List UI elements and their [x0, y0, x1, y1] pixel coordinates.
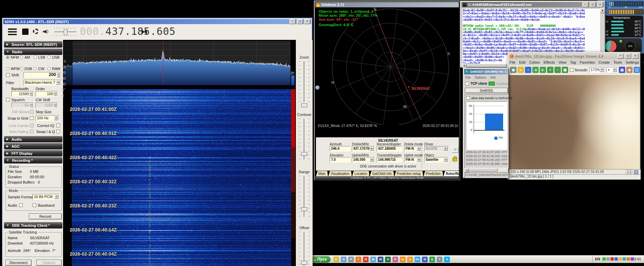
chart-bar[interactable] — [485, 114, 503, 130]
field-dropdown-icon[interactable]: ▼ — [443, 147, 448, 151]
correctiq-checkbox[interactable] — [56, 124, 60, 127]
orbitron-tab[interactable]: Rotor/Radio — [443, 171, 459, 176]
console-close-button[interactable]: × — [597, 2, 603, 7]
faststone-minimize-button[interactable]: ─ — [618, 54, 624, 59]
panel-source[interactable]: ▶Source: RTL-SDR (R820T) — [4, 41, 62, 48]
faststone-menu-item[interactable]: Create — [599, 60, 610, 64]
zoom-select[interactable]: 172%▼ — [589, 67, 605, 73]
ratio-indicator[interactable]: 1:1 — [626, 170, 632, 174]
bandwidth-spinner[interactable]: ▲▼ — [29, 92, 33, 96]
sampleformat-dropdown-icon[interactable]: ▼ — [54, 195, 59, 199]
mode-radio[interactable] — [47, 67, 51, 70]
stepsize-dropdown-icon[interactable]: ▼ — [54, 116, 58, 120]
quick-launch-icon[interactable]: M — [370, 257, 376, 262]
toolbar-icon[interactable]: ◆ — [626, 67, 633, 73]
volume-slider[interactable] — [54, 27, 76, 37]
panel-dde[interactable]: ▼DDE Tracking Client * — [4, 222, 62, 228]
toolbar-icon[interactable]: ◉ — [510, 67, 517, 73]
demod-mode[interactable]: WFM — [6, 67, 19, 71]
mode-radio[interactable] — [34, 56, 37, 59]
grid-view-icon[interactable] — [634, 170, 638, 174]
field-dropdown-icon[interactable]: ▼ — [417, 158, 421, 162]
quick-launch-icon[interactable]: A — [407, 257, 413, 262]
faststone-menu-item[interactable]: Favorites — [580, 60, 595, 64]
sdr-maximize-button[interactable]: □ — [297, 19, 303, 24]
field-dropdown-icon[interactable]: ▼ — [443, 158, 448, 162]
toolbar-icon[interactable]: ► — [540, 67, 546, 73]
demod-mode[interactable]: LSB — [34, 55, 45, 59]
hscroll-thumb[interactable] — [467, 64, 507, 67]
stop-icon[interactable] — [22, 28, 29, 35]
field-dropdown-icon[interactable]: ▼ — [417, 147, 421, 151]
console-minimize-button[interactable]: ─ — [582, 2, 588, 7]
hand-dropdown-icon[interactable]: ▼ — [612, 68, 617, 72]
satellite-label[interactable]: SILVERSAT — [412, 87, 430, 90]
rotor-field-value[interactable]: 246.0 — [330, 146, 351, 151]
getkiss-menu-item[interactable]: File — [465, 76, 471, 79]
snap-checkbox[interactable] — [30, 116, 34, 120]
retune-icon[interactable] — [142, 29, 148, 34]
cwshift-input[interactable]: 1000▲▼ — [36, 103, 58, 108]
tray-icon[interactable] — [631, 257, 634, 261]
swapiq-checkbox[interactable] — [56, 130, 60, 133]
smooth-checkbox[interactable] — [570, 68, 574, 72]
mode-radio[interactable] — [20, 56, 23, 59]
quick-launch-icon[interactable]: T — [437, 257, 442, 262]
disconnect-button[interactable]: Disconnect — [5, 260, 32, 266]
rotor-field-value[interactable]: 437.185605 — [377, 146, 402, 151]
rotor-field-value[interactable]: 144.996715 — [377, 157, 402, 162]
tray-icon[interactable] — [627, 257, 630, 261]
fmstereo-checkbox[interactable] — [30, 110, 34, 114]
quick-launch-icon[interactable]: P — [348, 257, 354, 262]
faststone-menu-item[interactable]: Tools — [613, 60, 622, 64]
panel-recording[interactable]: ▼Recording * — [4, 157, 62, 163]
mode-radio[interactable] — [6, 67, 9, 70]
menu-icon[interactable] — [8, 28, 17, 35]
toolbar-icon[interactable]: ▪ — [525, 67, 531, 73]
rotor-field-value[interactable]: FM-N▼ — [404, 157, 422, 162]
console-maximize-button[interactable]: □ — [590, 2, 596, 7]
lock-icon[interactable] — [452, 158, 457, 161]
panel-audio[interactable]: ▶Audio — [4, 136, 62, 142]
toolbar-icon[interactable]: − — [554, 67, 561, 73]
image-view[interactable] — [509, 75, 640, 169]
driver-refresh-button[interactable]: ⇄ — [452, 146, 459, 153]
cwshift-spinner[interactable]: ▲▼ — [53, 103, 57, 107]
panel-radio[interactable]: ▼Radio — [4, 49, 62, 55]
orbitron-tab[interactable]: Prediction — [424, 171, 443, 176]
frequency-display[interactable]: 000.437.185.605 — [80, 25, 176, 38]
quick-launch-icon[interactable]: N — [422, 257, 428, 262]
quick-launch-icon[interactable]: D — [341, 257, 346, 262]
start-button[interactable]: Пуск — [312, 256, 331, 263]
tray-icon[interactable] — [602, 257, 606, 261]
faststone-close-button[interactable]: × — [632, 54, 638, 59]
getkiss-menu-item[interactable]: Info — [490, 76, 496, 79]
faststone-titlebar[interactable]: deeb796c_1D.bin.jpg - FastStone Image Vi… — [509, 53, 639, 59]
panel-agc[interactable]: ▶AGC — [4, 143, 62, 149]
rotor-field-value[interactable]: 145.000▼ — [352, 157, 375, 162]
tray-icon[interactable] — [606, 257, 610, 261]
faststone-menu-item[interactable]: Colors — [529, 60, 540, 64]
slider-thumb-range[interactable] — [301, 207, 307, 211]
scroll-left-icon[interactable]: ◄ — [465, 168, 469, 172]
getkiss-hscrollbar[interactable]: ◄ — [465, 168, 508, 172]
options-button[interactable]: Options — [36, 260, 62, 266]
volume-slider-thumb[interactable] — [64, 29, 67, 35]
sdr-titlebar[interactable]: SDR# v1.0.0.1490 - RTL-SDR (R820T) ─ □ × — [3, 19, 311, 24]
hscroll-thumb[interactable] — [469, 168, 498, 172]
rotor-field-value[interactable]: MyDDE▼ — [424, 146, 448, 151]
squelch-spinner[interactable]: ▲▼ — [29, 103, 33, 107]
baseband-checkbox[interactable] — [33, 203, 36, 207]
faststone-menu-item[interactable]: Tag — [570, 60, 576, 64]
faststone-menu-item[interactable]: Help — [643, 60, 644, 64]
console-titlebar[interactable]: C:\ C:\HAM\SM\direwolf181\direwolf.exe ─… — [462, 2, 604, 7]
quick-launch-icon[interactable]: W — [378, 257, 383, 262]
squelch-input[interactable]: 55▲▼ — [11, 103, 34, 108]
faststone-menu-item[interactable]: View — [558, 60, 567, 64]
mode-radio[interactable] — [6, 56, 9, 59]
slider-thumb-zoom[interactable] — [301, 104, 307, 107]
quick-launch-icon[interactable]: Ps — [415, 257, 420, 262]
orbitron-tab[interactable]: Sat/Orbit info — [370, 171, 394, 176]
antifading-checkbox[interactable] — [30, 130, 34, 133]
demod-mode[interactable]: AM — [20, 55, 30, 59]
